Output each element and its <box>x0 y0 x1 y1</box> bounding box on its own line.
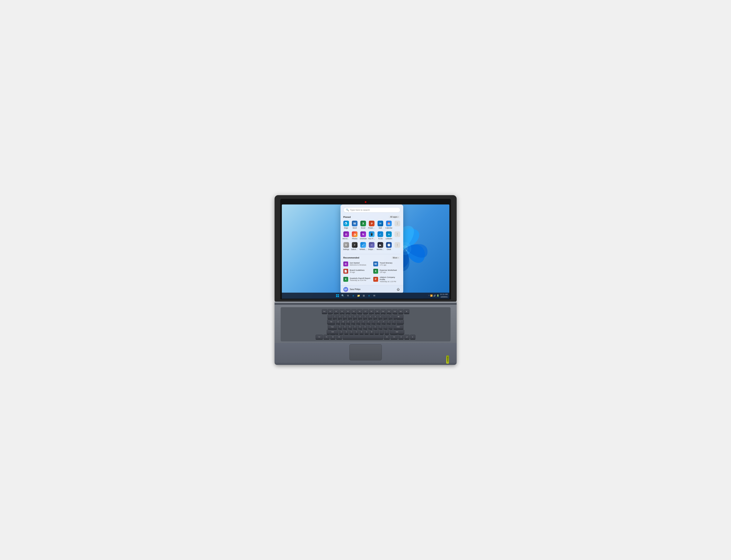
systray-chevron[interactable]: ^ <box>429 295 429 297</box>
key-semicolon[interactable]: ; <box>383 325 388 329</box>
key-close-bracket[interactable]: ] <box>392 320 396 324</box>
key-4[interactable]: 4 <box>348 314 352 319</box>
key-n[interactable]: N <box>364 330 369 334</box>
key-ctrl-right[interactable]: Ctrl <box>391 335 398 339</box>
key-fn[interactable]: Fn <box>323 335 329 339</box>
app-edge[interactable]: Edge <box>342 220 350 230</box>
key-w[interactable]: W <box>341 320 345 324</box>
key-f9[interactable]: F9 <box>375 309 380 314</box>
key-d[interactable]: D <box>348 325 352 329</box>
app-your-phone[interactable]: 📱 Your Phone <box>368 230 376 241</box>
key-tab[interactable]: Tab <box>327 320 335 324</box>
key-3[interactable]: 3 <box>343 314 347 319</box>
key-slash[interactable]: / <box>385 330 389 334</box>
key-9[interactable]: 9 <box>373 314 378 319</box>
app-whiteboard[interactable]: 🖊 Whiteboard <box>359 241 367 251</box>
app-ms-store[interactable]: ⊞ Microsoft Store <box>342 230 350 241</box>
key-f4[interactable]: F4 <box>345 309 350 314</box>
key-e[interactable]: E <box>346 320 350 324</box>
key-1[interactable]: 1 <box>332 314 337 319</box>
taskbar-mail-button[interactable]: ✉ <box>372 293 377 298</box>
app-word[interactable]: W Word <box>350 220 359 230</box>
app-more-1[interactable]: ⋮ <box>393 220 402 230</box>
rec-adatum-profile[interactable]: P Adatum Company Profile Yesterday at 1:… <box>372 275 402 284</box>
key-f12[interactable]: F12 <box>392 309 398 314</box>
key-o[interactable]: O <box>376 320 381 324</box>
key-l[interactable]: L <box>378 325 383 329</box>
key-f3[interactable]: F3 <box>339 309 345 314</box>
key-8[interactable]: 8 <box>368 314 373 319</box>
app-calendar[interactable]: 📅 Calendar <box>385 220 393 230</box>
key-7[interactable]: 7 <box>363 314 368 319</box>
key-capslock[interactable]: Caps <box>328 325 337 329</box>
user-info[interactable]: SP Sara Philips <box>343 287 360 292</box>
app-calculator[interactable]: # Calculator <box>350 241 359 251</box>
touchpad[interactable] <box>349 344 382 360</box>
key-home[interactable]: ⊞ <box>404 309 409 314</box>
key-f7[interactable]: F7 <box>363 309 368 314</box>
key-enter[interactable]: Enter <box>393 325 404 329</box>
key-backspace[interactable]: ⌫ <box>393 314 404 319</box>
key-u[interactable]: U <box>366 320 371 324</box>
taskbar-taskview-button[interactable]: ⧉ <box>346 293 350 298</box>
key-f1[interactable]: F1 <box>328 309 333 314</box>
taskbar-store-button[interactable]: ⊞ <box>361 293 366 298</box>
key-0[interactable]: 0 <box>378 314 383 319</box>
search-bar[interactable]: 🔍 Type here to search <box>343 207 401 213</box>
taskbar-edge-button2[interactable]: e <box>367 293 371 298</box>
key-equals[interactable]: = <box>388 314 393 319</box>
key-s[interactable]: S <box>343 325 347 329</box>
clock-display[interactable]: 11:11 AM 10/20/21 <box>440 293 448 298</box>
key-period[interactable]: . <box>380 330 384 334</box>
key-ctrl-left[interactable]: Ctrl <box>315 335 323 339</box>
app-linkedin[interactable]: in LinkedIn <box>385 230 393 241</box>
key-y[interactable]: Y <box>361 320 366 324</box>
key-arrow-right[interactable]: ► <box>410 335 416 339</box>
key-p[interactable]: P <box>382 320 386 324</box>
app-more-2[interactable]: ⋮ <box>393 230 402 241</box>
key-m[interactable]: M <box>370 330 374 334</box>
rec-get-started[interactable]: ⊞ Get Started Welcome to Windows <box>342 260 372 267</box>
rec-brand-guidelines[interactable]: 📄 Brand Guidelines 2h ago <box>342 268 372 275</box>
all-apps-button[interactable]: All apps › <box>389 215 401 218</box>
key-shift-right[interactable]: Shift <box>390 330 404 334</box>
key-win[interactable]: ⊞ <box>330 335 335 339</box>
key-f6[interactable]: F6 <box>357 309 362 314</box>
key-space[interactable] <box>343 335 383 339</box>
key-g[interactable]: G <box>358 325 362 329</box>
power-button[interactable]: ⏻ <box>396 287 401 292</box>
key-f11[interactable]: F11 <box>387 309 392 314</box>
app-photos[interactable]: ◑ Photos <box>350 230 359 241</box>
key-r[interactable]: R <box>351 320 355 324</box>
taskbar-files-button[interactable]: 📁 <box>356 293 361 298</box>
app-movies[interactable]: ▶ Movies & TV <box>376 241 385 251</box>
key-esc[interactable]: Esc <box>322 309 327 314</box>
app-clock[interactable]: 🕐 Clock <box>385 241 393 251</box>
app-excel[interactable]: X Excel <box>359 220 367 230</box>
app-powerpoint[interactable]: P PowerPoint <box>368 220 376 230</box>
key-del[interactable]: Del <box>398 309 404 314</box>
key-f8[interactable]: F8 <box>369 309 374 314</box>
more-button[interactable]: More › <box>391 256 400 259</box>
app-mail[interactable]: ✉ Mail <box>376 220 385 230</box>
key-q[interactable]: Q <box>336 320 340 324</box>
rec-expense-worksheet[interactable]: X Expense Worksheet 12h ago <box>372 268 402 275</box>
key-x[interactable]: X <box>344 330 348 334</box>
key-backtick[interactable]: ` <box>327 314 332 319</box>
key-i[interactable]: I <box>371 320 376 324</box>
key-6[interactable]: 6 <box>358 314 362 319</box>
key-arrow-left[interactable]: ◄ <box>399 335 404 339</box>
key-arrow-updown[interactable]: ▲▼ <box>404 335 410 339</box>
key-alt-right[interactable]: Alt <box>384 335 390 339</box>
taskbar-search-button[interactable]: 🔍 <box>340 293 345 298</box>
key-z[interactable]: Z <box>339 330 343 334</box>
key-comma[interactable]: , <box>375 330 379 334</box>
key-a[interactable]: A <box>338 325 342 329</box>
key-backslash[interactable]: \ <box>397 320 404 324</box>
key-2[interactable]: 2 <box>338 314 342 319</box>
key-t[interactable]: T <box>356 320 360 324</box>
key-c[interactable]: C <box>349 330 354 334</box>
key-f[interactable]: F <box>353 325 357 329</box>
rec-travel-itinerary[interactable]: W Travel Itinerary 17m ago <box>372 260 402 267</box>
app-onenote[interactable]: N OneNote <box>359 230 367 241</box>
